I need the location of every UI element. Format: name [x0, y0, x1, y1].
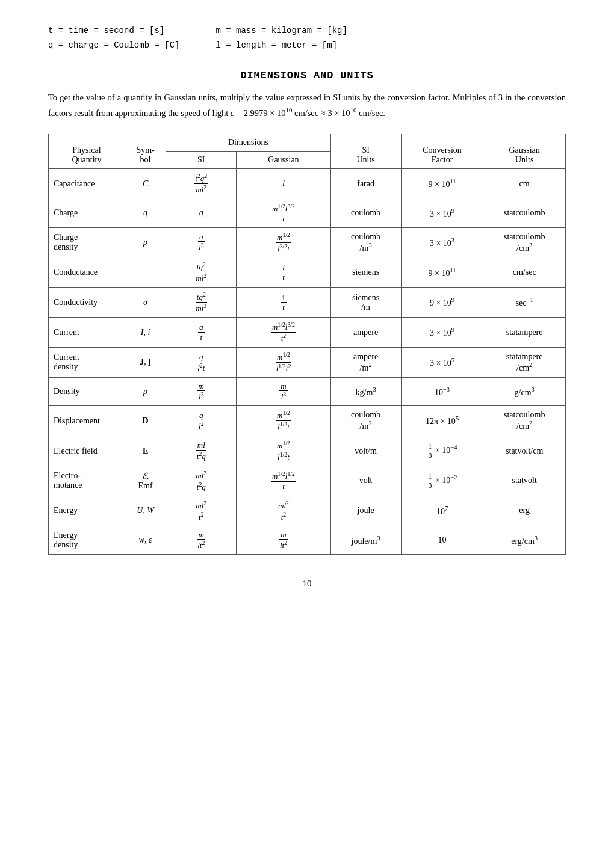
si-units-displacement: coulomb/m2 — [330, 406, 401, 436]
symbol-electric-field: E — [125, 436, 166, 466]
si-units-current-density: ampere/m2 — [330, 348, 401, 378]
table-row: Charge q q m1/2l3/2t coulomb 3 × 109 sta… — [49, 199, 566, 228]
gauss-units-energy-density: erg/cm3 — [483, 526, 566, 555]
gauss-units-charge-density: statcoulomb/cm3 — [483, 227, 566, 257]
gauss-dim-conductivity: 1t — [237, 288, 330, 318]
definitions-block: t = time = second = [s] q = charge = Cou… — [48, 24, 566, 53]
gauss-dim-displacement: m1/2l1/2t — [237, 406, 330, 436]
quantity-current-density: Currentdensity — [49, 348, 125, 378]
symbol-charge-density: ρ — [125, 227, 166, 257]
gauss-dim-energy: ml2t2 — [237, 496, 330, 526]
gauss-dim-current: m1/2l3/2t2 — [237, 318, 330, 348]
symbol-emf: ℰ,Emf — [125, 466, 166, 496]
def-col-left: t = time = second = [s] q = charge = Cou… — [48, 24, 179, 53]
table-row: Electro-motance ℰ,Emf ml2t2q m1/2l1/2t v… — [49, 466, 566, 496]
si-units-charge-density: coulomb/m3 — [330, 227, 401, 257]
table-row: Currentdensity J, j ql2t m1/2l1/2t2 ampe… — [49, 348, 566, 378]
si-units-charge: coulomb — [330, 199, 401, 228]
symbol-displacement: D — [125, 406, 166, 436]
si-dim-displacement: ql2 — [166, 406, 237, 436]
si-dim-conductance: tq2ml2 — [166, 257, 237, 288]
conv-charge-density: 3 × 103 — [401, 227, 483, 257]
header-si-units: SIUnits — [330, 134, 401, 169]
conv-electric-field: 13 × 10−4 — [401, 436, 483, 466]
conv-emf: 13 × 10−2 — [401, 466, 483, 496]
gauss-dim-charge-density: m1/2l3/2t — [237, 227, 330, 257]
symbol-density: ρ — [125, 377, 166, 406]
conv-current-density: 3 × 105 — [401, 348, 483, 378]
quantity-density: Density — [49, 377, 125, 406]
gauss-units-energy: erg — [483, 496, 566, 526]
gauss-units-electric-field: statvolt/cm — [483, 436, 566, 466]
gauss-dim-density: ml3 — [237, 377, 330, 406]
conv-energy: 107 — [401, 496, 483, 526]
si-dim-charge-density: ql3 — [166, 227, 237, 257]
def-col-right: m = mass = kilogram = [kg] l = length = … — [216, 24, 347, 53]
quantity-energy: Energy — [49, 496, 125, 526]
si-units-energy: joule — [330, 496, 401, 526]
symbol-current: I, i — [125, 318, 166, 348]
si-dim-electric-field: mlt2q — [166, 436, 237, 466]
header-dimensions: Dimensions — [166, 134, 330, 152]
si-dim-emf: ml2t2q — [166, 466, 237, 496]
symbol-conductance — [125, 257, 166, 288]
gauss-dim-charge: m1/2l3/2t — [237, 199, 330, 228]
gauss-dim-current-density: m1/2l1/2t2 — [237, 348, 330, 378]
si-units-electric-field: volt/m — [330, 436, 401, 466]
table-row: Conductance tq2ml2 lt siemens 9 × 1011 c… — [49, 257, 566, 288]
conv-charge: 3 × 109 — [401, 199, 483, 228]
si-dim-current: qt — [166, 318, 237, 348]
page-number: 10 — [48, 579, 566, 589]
gauss-units-current-density: statampere/cm2 — [483, 348, 566, 378]
symbol-charge: q — [125, 199, 166, 228]
symbol-conductivity: σ — [125, 288, 166, 318]
header-gaussian-units: GaussianUnits — [483, 134, 566, 169]
quantity-current: Current — [49, 318, 125, 348]
quantity-conductivity: Conductivity — [49, 288, 125, 318]
gauss-units-emf: statvolt — [483, 466, 566, 496]
si-dim-conductivity: tq2ml3 — [166, 288, 237, 318]
table-row: Displacement D ql2 m1/2l1/2t coulomb/m2 … — [49, 406, 566, 436]
gauss-dim-electric-field: m1/2l1/2t — [237, 436, 330, 466]
si-units-energy-density: joule/m3 — [330, 526, 401, 555]
si-dim-current-density: ql2t — [166, 348, 237, 378]
si-units-emf: volt — [330, 466, 401, 496]
conv-displacement: 12π × 105 — [401, 406, 483, 436]
si-dim-capacitance: t2q2ml2 — [166, 169, 237, 199]
header-conversion-factor: ConversionFactor — [401, 134, 483, 169]
symbol-energy: U, W — [125, 496, 166, 526]
def-l: l = length = meter = [m] — [216, 38, 347, 53]
gauss-units-capacitance: cm — [483, 169, 566, 199]
section-title: DIMENSIONS AND UNITS — [48, 70, 566, 81]
gauss-units-density: g/cm3 — [483, 377, 566, 406]
table-row: Conductivity σ tq2ml3 1t siemens/m 9 × 1… — [49, 288, 566, 318]
gauss-dim-energy-density: mlt2 — [237, 526, 330, 555]
conv-energy-density: 10 — [401, 526, 483, 555]
si-dim-density: ml3 — [166, 377, 237, 406]
header-si-dim: SI — [166, 152, 237, 169]
si-units-current: ampere — [330, 318, 401, 348]
quantity-charge: Charge — [49, 199, 125, 228]
conv-capacitance: 9 × 1011 — [401, 169, 483, 199]
gauss-dim-conductance: lt — [237, 257, 330, 288]
quantity-displacement: Displacement — [49, 406, 125, 436]
quantity-conductance: Conductance — [49, 257, 125, 288]
table-row: Chargedensity ρ ql3 m1/2l3/2t coulomb/m3… — [49, 227, 566, 257]
symbol-capacitance: C — [125, 169, 166, 199]
gauss-dim-emf: m1/2l1/2t — [237, 466, 330, 496]
gauss-dim-capacitance: l — [237, 169, 330, 199]
table-row: Energy U, W ml2t2 ml2t2 joule 107 erg — [49, 496, 566, 526]
quantity-capacitance: Capacitance — [49, 169, 125, 199]
header-symbol: Sym-bol — [125, 134, 166, 169]
gauss-units-current: statampere — [483, 318, 566, 348]
gauss-units-charge: statcoulomb — [483, 199, 566, 228]
table-row: Electric field E mlt2q m1/2l1/2t volt/m … — [49, 436, 566, 466]
conv-conductance: 9 × 1011 — [401, 257, 483, 288]
gauss-units-conductivity: sec−1 — [483, 288, 566, 318]
symbol-energy-density: w, ε — [125, 526, 166, 555]
intro-paragraph: To get the value of a quantity in Gaussi… — [48, 91, 566, 121]
si-units-conductance: siemens — [330, 257, 401, 288]
symbol-current-density: J, j — [125, 348, 166, 378]
si-units-density: kg/m3 — [330, 377, 401, 406]
si-dim-charge: q — [166, 199, 237, 228]
